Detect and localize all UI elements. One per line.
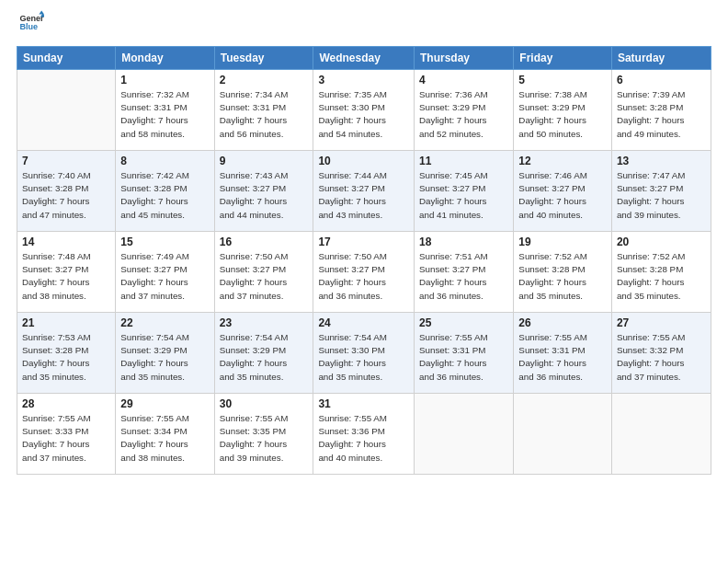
- day-number: 27: [617, 316, 706, 329]
- day-number: 1: [120, 74, 209, 86]
- day-info: Sunrise: 7:36 AMSunset: 3:29 PMDaylight:…: [419, 88, 508, 141]
- day-info: Sunrise: 7:46 AMSunset: 3:27 PMDaylight:…: [518, 169, 607, 222]
- svg-marker-2: [39, 10, 44, 14]
- calendar-cell: 15Sunrise: 7:49 AMSunset: 3:27 PMDayligh…: [116, 232, 214, 313]
- day-info: Sunrise: 7:52 AMSunset: 3:28 PMDaylight:…: [617, 250, 706, 303]
- day-number: 6: [617, 74, 706, 86]
- day-info: Sunrise: 7:43 AMSunset: 3:27 PMDaylight:…: [220, 169, 309, 222]
- calendar-cell: 9Sunrise: 7:43 AMSunset: 3:27 PMDaylight…: [214, 151, 313, 232]
- day-info: Sunrise: 7:34 AMSunset: 3:31 PMDaylight:…: [220, 88, 309, 141]
- calendar-cell: 17Sunrise: 7:50 AMSunset: 3:27 PMDayligh…: [313, 232, 415, 313]
- calendar-cell: 27Sunrise: 7:55 AMSunset: 3:32 PMDayligh…: [611, 313, 711, 394]
- logo-icon: General Blue: [18, 9, 44, 35]
- day-info: Sunrise: 7:44 AMSunset: 3:27 PMDaylight:…: [318, 169, 409, 222]
- day-number: 30: [220, 397, 309, 410]
- day-info: Sunrise: 7:32 AMSunset: 3:31 PMDaylight:…: [120, 88, 209, 141]
- weekday-header-friday: Friday: [514, 47, 612, 70]
- svg-text:General: General: [19, 14, 44, 23]
- day-info: Sunrise: 7:48 AMSunset: 3:27 PMDaylight:…: [22, 250, 110, 303]
- calendar-cell: 8Sunrise: 7:42 AMSunset: 3:28 PMDaylight…: [116, 151, 214, 232]
- day-info: Sunrise: 7:40 AMSunset: 3:28 PMDaylight:…: [22, 169, 110, 222]
- week-row-4: 21Sunrise: 7:53 AMSunset: 3:28 PMDayligh…: [17, 313, 711, 394]
- day-number: 16: [220, 236, 309, 248]
- calendar-cell: 5Sunrise: 7:38 AMSunset: 3:29 PMDaylight…: [514, 70, 612, 151]
- day-info: Sunrise: 7:55 AMSunset: 3:31 PMDaylight:…: [518, 331, 607, 384]
- svg-text:Blue: Blue: [19, 22, 38, 31]
- day-number: 26: [518, 316, 607, 329]
- day-info: Sunrise: 7:42 AMSunset: 3:28 PMDaylight:…: [120, 169, 209, 222]
- calendar-cell: 7Sunrise: 7:40 AMSunset: 3:28 PMDaylight…: [17, 151, 116, 232]
- weekday-header-row: SundayMondayTuesdayWednesdayThursdayFrid…: [17, 47, 711, 70]
- calendar-cell: 6Sunrise: 7:39 AMSunset: 3:28 PMDaylight…: [611, 70, 711, 151]
- day-number: 7: [22, 155, 110, 167]
- day-info: Sunrise: 7:53 AMSunset: 3:28 PMDaylight:…: [22, 331, 110, 384]
- day-info: Sunrise: 7:50 AMSunset: 3:27 PMDaylight:…: [220, 250, 309, 303]
- calendar-cell: 13Sunrise: 7:47 AMSunset: 3:27 PMDayligh…: [611, 151, 711, 232]
- day-number: 11: [419, 155, 508, 167]
- calendar-cell: 14Sunrise: 7:48 AMSunset: 3:27 PMDayligh…: [17, 232, 116, 313]
- day-number: 23: [220, 316, 309, 329]
- calendar-cell: 19Sunrise: 7:52 AMSunset: 3:28 PMDayligh…: [514, 232, 612, 313]
- weekday-header-thursday: Thursday: [415, 47, 514, 70]
- weekday-header-wednesday: Wednesday: [313, 47, 415, 70]
- day-info: Sunrise: 7:52 AMSunset: 3:28 PMDaylight:…: [518, 250, 607, 303]
- day-number: 2: [220, 74, 309, 86]
- day-number: 18: [419, 236, 508, 248]
- calendar-cell: 12Sunrise: 7:46 AMSunset: 3:27 PMDayligh…: [514, 151, 612, 232]
- calendar-cell: 24Sunrise: 7:54 AMSunset: 3:30 PMDayligh…: [313, 313, 415, 394]
- calendar-cell: 16Sunrise: 7:50 AMSunset: 3:27 PMDayligh…: [214, 232, 313, 313]
- day-number: 5: [518, 74, 607, 86]
- day-number: 12: [518, 155, 607, 167]
- calendar-table: SundayMondayTuesdayWednesdayThursdayFrid…: [17, 46, 711, 475]
- weekday-header-saturday: Saturday: [611, 47, 711, 70]
- week-row-3: 14Sunrise: 7:48 AMSunset: 3:27 PMDayligh…: [17, 232, 711, 313]
- day-number: 25: [419, 316, 508, 329]
- week-row-2: 7Sunrise: 7:40 AMSunset: 3:28 PMDaylight…: [17, 151, 711, 232]
- calendar-cell: 30Sunrise: 7:55 AMSunset: 3:35 PMDayligh…: [214, 394, 313, 475]
- day-number: 17: [318, 236, 409, 248]
- calendar-cell: 31Sunrise: 7:55 AMSunset: 3:36 PMDayligh…: [313, 394, 415, 475]
- calendar-cell: 22Sunrise: 7:54 AMSunset: 3:29 PMDayligh…: [116, 313, 214, 394]
- day-info: Sunrise: 7:47 AMSunset: 3:27 PMDaylight:…: [617, 169, 706, 222]
- calendar-cell: [514, 394, 612, 475]
- day-info: Sunrise: 7:50 AMSunset: 3:27 PMDaylight:…: [318, 250, 409, 303]
- calendar-cell: 1Sunrise: 7:32 AMSunset: 3:31 PMDaylight…: [116, 70, 214, 151]
- calendar-cell: 23Sunrise: 7:54 AMSunset: 3:29 PMDayligh…: [214, 313, 313, 394]
- day-number: 3: [318, 74, 409, 86]
- calendar-cell: 18Sunrise: 7:51 AMSunset: 3:27 PMDayligh…: [415, 232, 514, 313]
- day-number: 29: [120, 397, 209, 410]
- calendar-cell: 20Sunrise: 7:52 AMSunset: 3:28 PMDayligh…: [611, 232, 711, 313]
- day-number: 13: [617, 155, 706, 167]
- day-info: Sunrise: 7:38 AMSunset: 3:29 PMDaylight:…: [518, 88, 607, 141]
- day-info: Sunrise: 7:35 AMSunset: 3:30 PMDaylight:…: [318, 88, 409, 141]
- calendar-cell: [611, 394, 711, 475]
- week-row-5: 28Sunrise: 7:55 AMSunset: 3:33 PMDayligh…: [17, 394, 711, 475]
- calendar-cell: 25Sunrise: 7:55 AMSunset: 3:31 PMDayligh…: [415, 313, 514, 394]
- day-info: Sunrise: 7:55 AMSunset: 3:32 PMDaylight:…: [617, 331, 706, 384]
- page-header: General Blue: [17, 9, 711, 39]
- day-info: Sunrise: 7:55 AMSunset: 3:31 PMDaylight:…: [419, 331, 508, 384]
- calendar-cell: 2Sunrise: 7:34 AMSunset: 3:31 PMDaylight…: [214, 70, 313, 151]
- day-number: 24: [318, 316, 409, 329]
- day-number: 19: [518, 236, 607, 248]
- day-info: Sunrise: 7:55 AMSunset: 3:36 PMDaylight:…: [318, 412, 409, 465]
- day-info: Sunrise: 7:49 AMSunset: 3:27 PMDaylight:…: [120, 250, 209, 303]
- calendar-cell: 3Sunrise: 7:35 AMSunset: 3:30 PMDaylight…: [313, 70, 415, 151]
- day-info: Sunrise: 7:39 AMSunset: 3:28 PMDaylight:…: [617, 88, 706, 141]
- day-info: Sunrise: 7:55 AMSunset: 3:35 PMDaylight:…: [220, 412, 309, 465]
- day-number: 31: [318, 397, 409, 410]
- day-info: Sunrise: 7:51 AMSunset: 3:27 PMDaylight:…: [419, 250, 508, 303]
- day-info: Sunrise: 7:55 AMSunset: 3:33 PMDaylight:…: [22, 412, 110, 465]
- day-number: 22: [120, 316, 209, 329]
- day-number: 14: [22, 236, 110, 248]
- calendar-cell: [415, 394, 514, 475]
- calendar-cell: 11Sunrise: 7:45 AMSunset: 3:27 PMDayligh…: [415, 151, 514, 232]
- weekday-header-monday: Monday: [116, 47, 214, 70]
- week-row-1: 1Sunrise: 7:32 AMSunset: 3:31 PMDaylight…: [17, 70, 711, 151]
- day-info: Sunrise: 7:45 AMSunset: 3:27 PMDaylight:…: [419, 169, 508, 222]
- day-number: 20: [617, 236, 706, 248]
- calendar-cell: 28Sunrise: 7:55 AMSunset: 3:33 PMDayligh…: [17, 394, 116, 475]
- day-info: Sunrise: 7:55 AMSunset: 3:34 PMDaylight:…: [120, 412, 209, 465]
- day-info: Sunrise: 7:54 AMSunset: 3:30 PMDaylight:…: [318, 331, 409, 384]
- day-number: 4: [419, 74, 508, 86]
